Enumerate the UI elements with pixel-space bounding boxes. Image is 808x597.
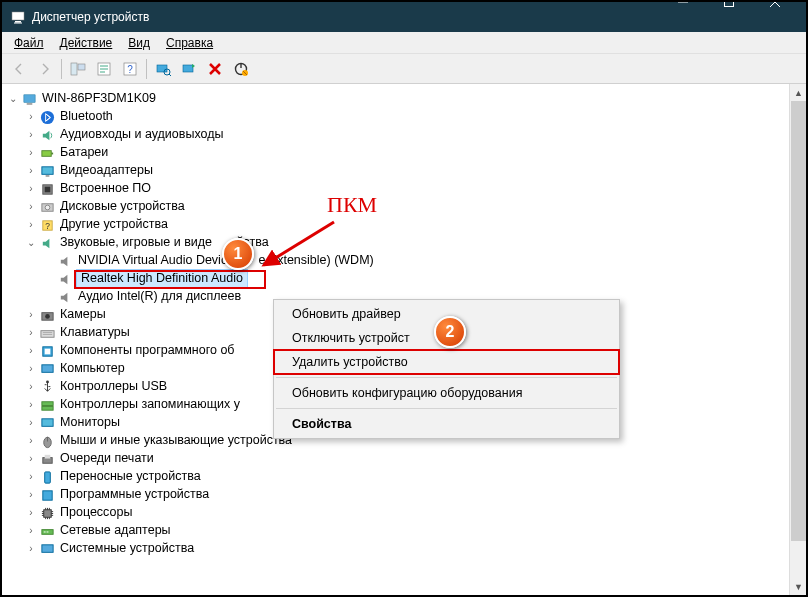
tree-system[interactable]: ›Системные устройства [6,540,802,558]
expander-icon[interactable]: › [24,146,38,160]
svg-point-33 [46,380,49,383]
tree-portable[interactable]: ›Переносные устройства [6,468,802,486]
close-button[interactable] [752,0,798,17]
minimize-button[interactable] [660,0,706,17]
tree-network[interactable]: ›Сетевые адаптеры [6,522,802,540]
tree-other[interactable]: ›?Другие устройства [6,216,802,234]
menu-properties[interactable]: Свойства [274,412,619,436]
expander-icon[interactable]: › [24,470,38,484]
node-label: Сетевые адаптеры [58,522,173,540]
svg-rect-20 [45,175,49,176]
menu-help[interactable]: Справка [158,34,221,52]
svg-rect-9 [157,65,167,72]
menu-disable-device[interactable]: Отключить устройст [274,326,619,350]
expander-icon[interactable]: › [24,128,38,142]
expander-icon[interactable]: › [24,326,38,340]
tree-disk[interactable]: ›Дисковые устройства [6,198,802,216]
scroll-down-icon[interactable]: ▼ [790,578,806,595]
node-label: Видеоадаптеры [58,162,155,180]
toolbar-scan-icon[interactable] [151,57,175,81]
svg-rect-18 [51,152,53,154]
svg-rect-5 [78,64,85,70]
svg-rect-35 [41,406,52,410]
vertical-scrollbar[interactable]: ▲ ▼ [789,84,806,595]
mouse-icon [38,433,56,449]
expander-icon[interactable]: › [24,452,38,466]
expander-icon[interactable]: ⌄ [24,236,38,250]
svg-rect-0 [12,12,24,20]
expander-icon[interactable]: › [24,488,38,502]
system-icon [38,541,56,557]
expander-icon[interactable]: › [24,110,38,124]
back-button[interactable] [7,57,31,81]
node-label: WIN-86PF3DM1K09 [40,90,158,108]
svg-rect-17 [41,150,50,156]
scroll-thumb[interactable] [791,101,806,541]
expander-icon[interactable]: › [24,398,38,412]
svg-rect-11 [183,65,193,72]
tree-batteries[interactable]: ›Батареи [6,144,802,162]
tree-video[interactable]: ›Видеоадаптеры [6,162,802,180]
battery-icon [38,145,56,161]
pc-icon [38,361,56,377]
toolbar-computer-icon[interactable] [66,57,90,81]
menu-file[interactable]: Файл [6,34,52,52]
menu-view[interactable]: Вид [120,34,158,52]
toolbar-help-icon[interactable]: ? [118,57,142,81]
menu-scan-hardware[interactable]: Обновить конфигурацию оборудования [274,381,619,405]
expander-icon[interactable]: ⌄ [6,92,20,106]
menu-update-driver[interactable]: Обновить драйвер [274,302,619,326]
usb-icon [38,379,56,395]
tree-root[interactable]: ⌄ WIN-86PF3DM1K09 [6,90,802,108]
svg-rect-14 [23,94,34,102]
svg-rect-46 [41,544,52,552]
tree-processors[interactable]: ›Процессоры [6,504,802,522]
toolbar-uninstall-icon[interactable] [203,57,227,81]
context-menu: Обновить драйвер Отключить устройст Удал… [273,299,620,439]
toolbar-update-icon[interactable] [177,57,201,81]
expander-icon[interactable]: › [24,182,38,196]
tree-print-queue[interactable]: ›Очереди печати [6,450,802,468]
sw-icon [38,487,56,503]
expander-icon[interactable]: › [24,434,38,448]
expander-icon[interactable]: › [24,362,38,376]
tree-firmware[interactable]: ›Встроенное ПО [6,180,802,198]
node-label: Контроллеры USB [58,378,169,396]
expander-icon[interactable]: › [24,524,38,538]
toolbar-properties-icon[interactable] [92,57,116,81]
expander-icon[interactable]: › [24,380,38,394]
node-label: Системные устройства [58,540,196,558]
network-icon [38,523,56,539]
node-label: Bluetooth [58,108,115,126]
expander-icon[interactable]: › [24,542,38,556]
expander-icon[interactable]: › [24,308,38,322]
node-label: Очереди печати [58,450,156,468]
tree-audio-io[interactable]: ›Аудиовходы и аудиовыходы [6,126,802,144]
maximize-button[interactable] [706,0,752,17]
scroll-up-icon[interactable]: ▲ [790,84,806,101]
sound-icon [38,235,56,251]
forward-button[interactable] [33,57,57,81]
expander-icon[interactable]: › [24,200,38,214]
expander-icon[interactable]: › [24,344,38,358]
expander-icon[interactable]: › [24,506,38,520]
menu-remove-device[interactable]: Удалить устройство [274,350,619,374]
svg-point-16 [40,110,53,123]
tree-sw-devices[interactable]: ›Программные устройства [6,486,802,504]
tree-nvidia-audio[interactable]: NVIDIA Virtual Audio Device e Extensible… [6,252,802,270]
expander-icon[interactable]: › [24,218,38,232]
node-label: Компьютер [58,360,127,378]
svg-rect-3 [725,0,734,7]
expander-icon[interactable]: › [24,164,38,178]
tree-sound[interactable]: ⌄Звуковые, игровые и виде йства [6,234,802,252]
menu-action[interactable]: Действие [52,34,121,52]
node-label: Камеры [58,306,108,324]
node-label: Клавиатуры [58,324,132,342]
svg-rect-45 [46,531,48,532]
expander-icon[interactable]: › [24,416,38,430]
toolbar-disable-icon[interactable] [229,57,253,81]
node-label: NVIDIA Virtual Audio Device e Extensible… [76,252,376,270]
printer-icon [38,451,56,467]
tree-bluetooth[interactable]: ›Bluetooth [6,108,802,126]
toolbar: ? [2,54,806,84]
